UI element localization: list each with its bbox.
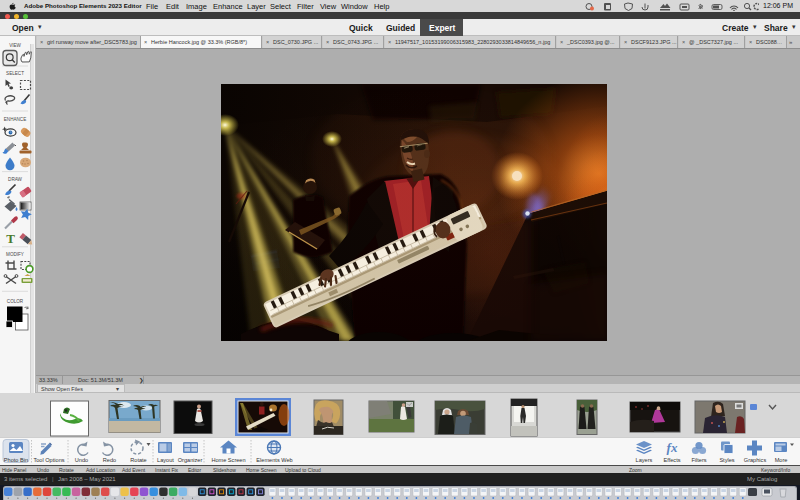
svg-text:Rotate: Rotate	[130, 457, 146, 463]
svg-text:COLOR: COLOR	[7, 299, 24, 304]
svg-text:SELECT: SELECT	[6, 71, 24, 76]
svg-text:More: More	[775, 457, 788, 463]
svg-text:ENHANCE: ENHANCE	[4, 117, 26, 122]
svg-text:MODIFY: MODIFY	[6, 252, 24, 257]
svg-text:Undo: Undo	[75, 457, 88, 463]
svg-text:Graphics: Graphics	[744, 457, 767, 463]
svg-text:Home Screen: Home Screen	[211, 457, 245, 463]
svg-text:DRAW: DRAW	[8, 177, 23, 182]
svg-text:Layers: Layers	[636, 457, 653, 463]
svg-text:Organizer: Organizer	[178, 457, 203, 463]
svg-text:fx: fx	[667, 440, 678, 455]
svg-text:Tool Options: Tool Options	[33, 457, 64, 463]
svg-text:VIEW: VIEW	[9, 43, 21, 48]
svg-text:Effects: Effects	[664, 457, 681, 463]
svg-text:Layout: Layout	[157, 457, 174, 463]
svg-text:Styles: Styles	[719, 457, 734, 463]
svg-text:Redo: Redo	[103, 457, 116, 463]
svg-text:Photo Bin: Photo Bin	[4, 457, 28, 463]
svg-text:Elements Web: Elements Web	[256, 457, 292, 463]
svg-text:T: T	[6, 231, 15, 246]
svg-text:Filters: Filters	[691, 457, 706, 463]
